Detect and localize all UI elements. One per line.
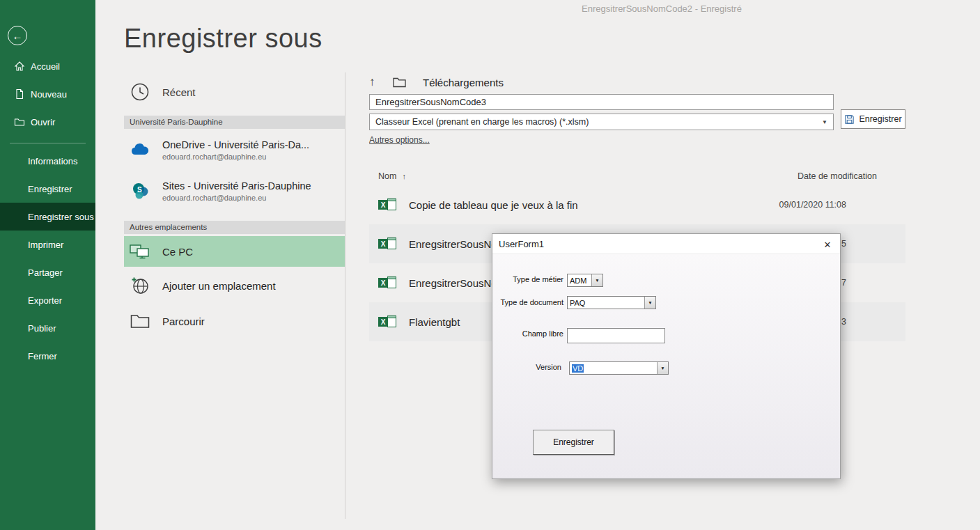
- sidebar-item-fermer[interactable]: Fermer: [0, 342, 95, 370]
- file-name: EnregsitrerSousNo: [409, 277, 497, 289]
- file-name: EnregsitrerSousNo: [409, 238, 497, 250]
- type-document-combobox[interactable]: PAQ ▼: [567, 296, 656, 309]
- file-table-header: Nom↑ Date de modification: [369, 169, 905, 185]
- selected-text: VD: [572, 364, 584, 373]
- combo-dropdown-icon: ▼: [591, 274, 602, 286]
- sidebar-item-label: Ouvrir: [31, 117, 55, 127]
- sidebar-bottom-nav: Informations Enregistrer Enregistrer sou…: [0, 147, 95, 370]
- open-folder-icon: [14, 116, 25, 127]
- back-icon: ←: [13, 30, 23, 42]
- place-ajouter-emplacement[interactable]: Ajouter un emplacement: [124, 270, 345, 302]
- column-header-label: Nom: [378, 171, 396, 181]
- excel-file-icon: X: [378, 196, 396, 213]
- breadcrumb: ↑ Téléchargements: [369, 72, 905, 92]
- type-document-label: Type de document: [500, 298, 563, 306]
- combo-dropdown-icon: ▼: [644, 297, 655, 309]
- file-date: 7: [841, 278, 846, 288]
- version-label: Version: [536, 363, 561, 371]
- file-name: Flavientgbt: [409, 316, 460, 328]
- save-button-label: Enregistrer: [859, 114, 901, 124]
- save-panel: ↑ Téléchargements Classeur Excel (prenan…: [369, 72, 905, 92]
- filetype-value: Classeur Excel (prenant en charge les ma…: [370, 117, 822, 127]
- place-onedrive[interactable]: OneDrive - Université Paris-Da... edouar…: [124, 129, 345, 171]
- save-icon: [844, 114, 855, 125]
- sidebar-item-publier[interactable]: Publier: [0, 314, 95, 342]
- breadcrumb-location[interactable]: Téléchargements: [423, 77, 504, 88]
- type-metier-value: ADM: [568, 274, 591, 286]
- sidebar-item-enregistrer[interactable]: Enregistrer: [0, 175, 95, 203]
- up-arrow-icon[interactable]: ↑: [369, 75, 382, 89]
- filetype-select[interactable]: Classeur Excel (prenant en charge les ma…: [369, 114, 834, 130]
- home-icon: [14, 61, 25, 72]
- file-row[interactable]: X Copie de tableau que je veux à la fin …: [369, 185, 905, 224]
- clock-icon: [130, 82, 150, 102]
- file-date: 3: [841, 317, 846, 327]
- column-header-date[interactable]: Date de modification: [798, 171, 877, 181]
- place-recent[interactable]: Récent: [124, 72, 345, 111]
- file-date: 5: [841, 239, 846, 249]
- place-label: Ce PC: [162, 246, 193, 258]
- sidebar-item-nouveau[interactable]: Nouveau: [0, 80, 95, 108]
- file-name: Copie de tableau que je veux à la fin: [409, 199, 578, 211]
- sidebar-item-label: Nouveau: [31, 89, 67, 100]
- save-button[interactable]: Enregistrer: [841, 109, 905, 129]
- place-sites[interactable]: S Sites - Université Paris-Dauphine edou…: [124, 171, 345, 211]
- folder-icon: [130, 313, 150, 329]
- userform-titlebar[interactable]: UserForm1: [492, 234, 840, 254]
- window-title: EnregsitrerSousNomCode2 - Enregistré: [582, 3, 742, 14]
- sidebar-item-accueil[interactable]: Accueil: [0, 52, 95, 80]
- close-icon[interactable]: ✕: [819, 237, 836, 252]
- computer-icon: [130, 244, 150, 259]
- back-button[interactable]: ←: [8, 26, 27, 45]
- sidebar-item-ouvrir[interactable]: Ouvrir: [0, 108, 95, 136]
- globe-plus-icon: [130, 276, 150, 295]
- sidebar-item-label: Partager: [28, 267, 63, 278]
- svg-text:S: S: [137, 186, 142, 194]
- onedrive-icon: [130, 143, 150, 157]
- sidebar-item-exporter[interactable]: Exporter: [0, 286, 95, 314]
- place-title: Sites - Université Paris-Dauphine: [162, 180, 311, 192]
- sidebar-top-nav: Accueil Nouveau Ouvrir: [0, 52, 95, 136]
- place-ce-pc[interactable]: Ce PC: [124, 236, 345, 267]
- version-value: VD: [570, 362, 657, 374]
- excel-file-icon: X: [378, 235, 396, 252]
- userform-save-button[interactable]: Enregistrer: [533, 430, 614, 455]
- userform-title: UserForm1: [492, 239, 544, 249]
- column-header-nom[interactable]: Nom↑: [378, 171, 406, 181]
- dropdown-arrow-icon: ▼: [822, 119, 827, 125]
- version-combobox[interactable]: VD ▼: [569, 361, 669, 375]
- sidebar-item-label: Accueil: [31, 61, 60, 72]
- type-metier-combobox[interactable]: ADM ▼: [567, 274, 603, 287]
- place-title: OneDrive - Université Paris-Da...: [162, 139, 309, 150]
- excel-file-icon: X: [378, 274, 396, 291]
- type-document-value: PAQ: [568, 297, 644, 309]
- sort-ascending-icon: ↑: [402, 172, 406, 180]
- places-section-header: Autres emplacements: [124, 221, 345, 234]
- sidebar-item-partager[interactable]: Partager: [0, 258, 95, 286]
- sidebar-item-enregistrer-sous[interactable]: Enregistrer sous: [0, 203, 95, 231]
- file-date: 09/01/2020 11:08: [779, 200, 846, 210]
- place-label: Parcourir: [162, 315, 205, 327]
- sidebar-item-label: Enregistrer: [28, 184, 72, 194]
- type-metier-label: Type de métier: [513, 275, 563, 283]
- page-title: Enregistrer sous: [124, 24, 322, 54]
- sidebar-item-label: Enregistrer sous: [28, 212, 94, 222]
- place-subtitle: edouard.rochart@dauphine.eu: [162, 153, 309, 161]
- filename-input[interactable]: [369, 94, 834, 110]
- sidebar-item-imprimer[interactable]: Imprimer: [0, 231, 95, 258]
- place-subtitle: edouard.rochart@dauphine.eu: [162, 194, 311, 202]
- vertical-divider: [345, 72, 345, 519]
- sidebar-divider: [10, 143, 86, 143]
- place-label: Récent: [162, 86, 196, 98]
- sidebar-item-label: Informations: [28, 156, 78, 166]
- more-options-link[interactable]: Autres options...: [369, 135, 430, 145]
- sidebar-item-label: Exporter: [28, 295, 62, 306]
- sidebar-item-label: Publier: [28, 323, 56, 334]
- place-parcourir[interactable]: Parcourir: [124, 304, 345, 338]
- champ-libre-label: Champ libre: [522, 329, 563, 338]
- champ-libre-input[interactable]: [567, 328, 665, 343]
- sharepoint-icon: S: [130, 182, 150, 200]
- places-section-header: Université Paris-Dauphine: [124, 116, 345, 129]
- sidebar-item-label: Imprimer: [28, 240, 63, 250]
- sidebar-item-informations[interactable]: Informations: [0, 147, 95, 175]
